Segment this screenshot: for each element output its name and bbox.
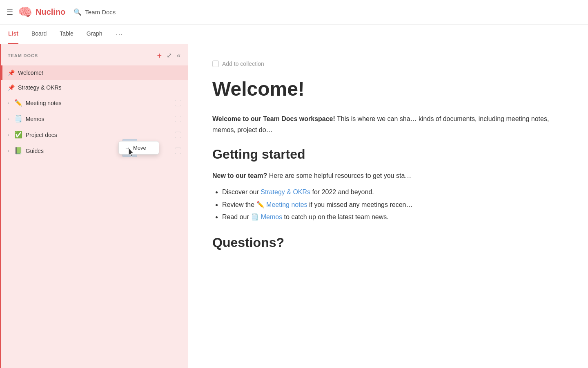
sidebar: TEAM DOCS + ⤢ « 📌 Welcome! 📌 Strategy & …: [0, 44, 188, 368]
list-item-memos: Read our 🗒️ Memos to catch up on the lat…: [222, 211, 564, 223]
tab-board[interactable]: Board: [31, 25, 47, 44]
questions-heading: Questions?: [212, 235, 564, 250]
logo-text: Nuclino: [36, 7, 65, 17]
sidebar-item-strategy[interactable]: 📌 Strategy & OKRs: [1, 80, 188, 95]
expand-icon: ›: [8, 117, 9, 121]
item-select-checkbox[interactable]: [175, 148, 181, 154]
expand-icon: ›: [8, 101, 9, 105]
item-emoji: 🗒️: [14, 115, 22, 123]
getting-started-section: Getting started New to our team? Here ar…: [212, 147, 564, 223]
logo-area: 🧠 Nuclino: [18, 5, 65, 19]
strategy-link[interactable]: Strategy & OKRs: [261, 188, 310, 195]
getting-started-heading: Getting started: [212, 147, 564, 162]
sidebar-header: TEAM DOCS + ⤢ «: [1, 44, 188, 65]
list-item-meeting-notes: Review the ✏️ Meeting notes if you misse…: [222, 199, 564, 211]
search-icon: 🔍: [74, 8, 82, 16]
menu-icon[interactable]: ☰: [7, 8, 13, 17]
doc-intro-text: Welcome to our Team Docs workspace! This…: [212, 113, 564, 135]
doc-intro: Welcome to our Team Docs workspace! This…: [212, 113, 564, 135]
getting-started-list: Discover our Strategy & OKRs for 2022 an…: [212, 186, 564, 223]
sidebar-item-label: Project docs: [26, 132, 172, 138]
context-menu-move-label: Move: [133, 145, 146, 151]
pin-icon: 📌: [8, 84, 15, 91]
questions-section: Questions?: [212, 235, 564, 250]
item-actions: [175, 100, 181, 106]
sidebar-item-label: Memos: [26, 116, 172, 122]
sidebar-item-guides[interactable]: › 📗 Guides: [1, 143, 188, 159]
intro-bold: Welcome to our Team Docs workspace!: [212, 115, 335, 122]
search-area[interactable]: 🔍 Team Docs: [74, 8, 116, 16]
item-emoji: ✏️: [14, 99, 22, 107]
item-actions: [175, 148, 181, 154]
sidebar-expand-button[interactable]: ⤢: [166, 52, 173, 60]
bullet3-pre: Read our: [222, 213, 251, 220]
item-select-checkbox[interactable]: [175, 132, 181, 138]
item-emoji: 📗: [14, 147, 22, 155]
sidebar-items: 📌 Welcome! 📌 Strategy & OKRs › ✏️ Meetin…: [1, 65, 188, 368]
doc-title: Welcome!: [212, 79, 564, 100]
sidebar-add-button[interactable]: +: [156, 51, 163, 61]
tab-graph[interactable]: Graph: [87, 25, 102, 44]
bullet2-emoji: ✏️: [256, 201, 265, 208]
search-text: Team Docs: [85, 9, 116, 16]
sidebar-item-memos[interactable]: › 🗒️ Memos: [1, 111, 188, 127]
pin-icon: 📌: [8, 70, 15, 76]
tab-table[interactable]: Table: [60, 25, 73, 44]
expand-icon: ›: [8, 132, 9, 137]
topbar-left: ☰ 🧠 Nuclino 🔍 Team Docs: [7, 5, 116, 19]
add-to-collection[interactable]: Add to collection: [212, 61, 564, 67]
sidebar-actions: + ⤢ «: [156, 51, 181, 61]
sidebar-item-label: Welcome!: [18, 70, 181, 76]
sidebar-item-label: Meeting notes: [26, 100, 172, 106]
sidebar-item-meeting-notes[interactable]: › ✏️ Meeting notes: [1, 95, 188, 111]
sidebar-item-label: Strategy & OKRs: [18, 84, 181, 91]
add-collection-checkbox[interactable]: [212, 61, 219, 67]
sidebar-title: TEAM DOCS: [8, 53, 38, 58]
bullet1-post: for 2022 and beyond.: [310, 188, 374, 195]
more-tabs-icon[interactable]: ⋯: [116, 30, 123, 39]
item-select-checkbox[interactable]: [175, 100, 181, 106]
tab-list[interactable]: List: [8, 25, 18, 44]
bullet3-post: to catch up on the latest team news.: [282, 213, 389, 220]
bullet1-pre: Discover our: [222, 188, 261, 195]
move-icon: →: [125, 145, 130, 151]
sidebar-item-welcome[interactable]: 📌 Welcome!: [1, 65, 188, 80]
expand-icon: ›: [8, 148, 9, 153]
item-actions: [175, 132, 181, 138]
bullet2-post: if you missed any meetings recen…: [307, 201, 413, 208]
sidebar-item-project-docs[interactable]: › ✅ Project docs: [1, 127, 188, 143]
item-emoji: ✅: [14, 131, 22, 139]
context-menu: → Move: [118, 141, 159, 155]
new-to-team-rest: Here are some helpful resources to get y…: [269, 172, 412, 179]
add-to-collection-label: Add to collection: [222, 61, 264, 67]
memos-link[interactable]: Memos: [261, 213, 282, 220]
sidebar-collapse-button[interactable]: «: [176, 52, 181, 60]
meeting-notes-link[interactable]: Meeting notes: [266, 201, 307, 208]
bullet2-pre: Review the: [222, 201, 256, 208]
logo-brain-icon: 🧠: [18, 5, 32, 19]
new-to-team-bold: New to our team?: [212, 172, 267, 179]
item-actions: [175, 116, 181, 122]
context-menu-move[interactable]: → Move: [119, 141, 159, 154]
tabsbar: List Board Table Graph ⋯: [0, 25, 588, 44]
new-to-team-text: New to our team? Here are some helpful r…: [212, 170, 564, 181]
bullet3-emoji: 🗒️: [251, 213, 259, 220]
topbar: ☰ 🧠 Nuclino 🔍 Team Docs: [0, 0, 588, 25]
content-area: Add to collection Welcome! Welcome to ou…: [188, 44, 588, 368]
main-layout: TEAM DOCS + ⤢ « 📌 Welcome! 📌 Strategy & …: [0, 44, 588, 368]
list-item-strategy: Discover our Strategy & OKRs for 2022 an…: [222, 186, 564, 198]
item-select-checkbox[interactable]: [175, 116, 181, 122]
